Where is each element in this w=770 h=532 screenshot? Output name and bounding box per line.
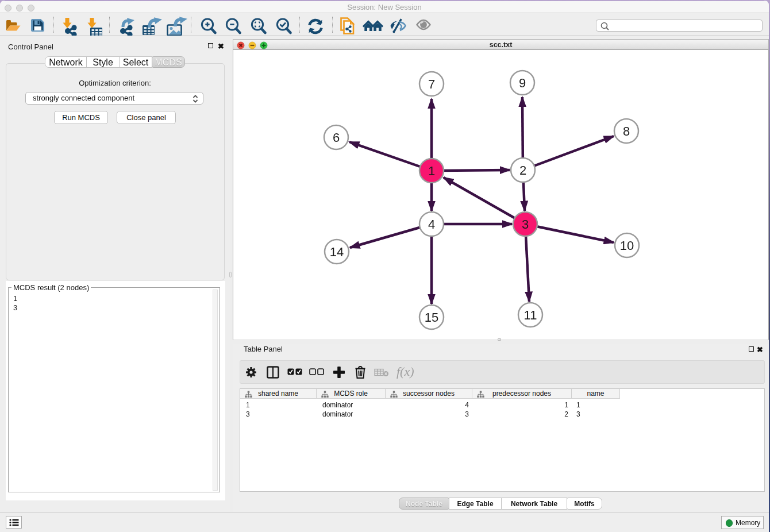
svg-text:14: 14 [330,245,344,259]
svg-text:3: 3 [522,217,529,232]
svg-text:6: 6 [333,130,340,145]
svg-text:2: 2 [519,163,526,178]
svg-text:15: 15 [425,310,438,325]
svg-text:4: 4 [428,217,435,232]
svg-text:7: 7 [428,77,435,91]
svg-text:9: 9 [519,76,526,90]
svg-text:1: 1 [428,164,435,178]
svg-text:10: 10 [620,238,634,253]
svg-text:8: 8 [623,124,630,138]
svg-text:11: 11 [524,308,537,322]
